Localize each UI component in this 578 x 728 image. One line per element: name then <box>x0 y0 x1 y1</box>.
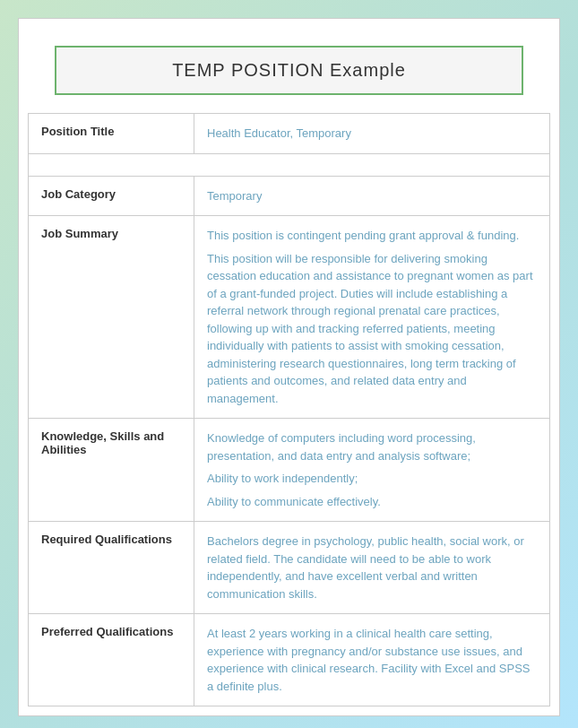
label-required-qualifications: Required Qualifications <box>29 522 194 614</box>
knowledge-line-1: Knowledge of computers including word pr… <box>207 429 537 464</box>
table-row: Required Qualifications Bachelors degree… <box>29 522 550 614</box>
page-wrapper: TEMP POSITION Example Position Title Hea… <box>18 18 560 716</box>
label-preferred-qualifications: Preferred Qualifications <box>29 614 194 706</box>
page-title-box: TEMP POSITION Example <box>55 46 523 95</box>
value-job-summary: This position is contingent pending gran… <box>194 216 550 419</box>
job-summary-line-2: This position will be responsible for de… <box>207 250 537 408</box>
required-qual-line-1: Bachelors degree in psychology, public h… <box>207 533 537 602</box>
gap-row <box>29 153 550 176</box>
label-job-category: Job Category <box>29 176 194 216</box>
value-required-qualifications: Bachelors degree in psychology, public h… <box>194 522 550 614</box>
job-summary-line-1: This position is contingent pending gran… <box>207 227 537 245</box>
value-preferred-qualifications: At least 2 years working in a clinical h… <box>194 614 550 706</box>
table-row: Position Title Health Educator, Temporar… <box>29 114 550 154</box>
preferred-qual-line-1: At least 2 years working in a clinical h… <box>207 625 537 695</box>
knowledge-line-2: Ability to work independently; <box>207 470 537 488</box>
table-row: Job Summary This position is contingent … <box>29 216 550 419</box>
main-table: Position Title Health Educator, Temporar… <box>28 113 550 706</box>
gap-cell <box>29 153 550 176</box>
knowledge-line-3: Ability to communicate effectively. <box>207 493 537 511</box>
label-position-title: Position Title <box>29 114 194 154</box>
value-knowledge: Knowledge of computers including word pr… <box>194 419 550 522</box>
value-position-title: Health Educator, Temporary <box>194 114 550 154</box>
label-job-summary: Job Summary <box>29 216 194 419</box>
page-title: TEMP POSITION Example <box>172 60 406 80</box>
table-row: Job Category Temporary <box>29 176 550 216</box>
table-row: Knowledge, Skills and Abilities Knowledg… <box>29 419 550 522</box>
value-job-category: Temporary <box>194 176 550 216</box>
table-row: Preferred Qualifications At least 2 year… <box>29 614 550 706</box>
label-knowledge: Knowledge, Skills and Abilities <box>29 419 194 522</box>
